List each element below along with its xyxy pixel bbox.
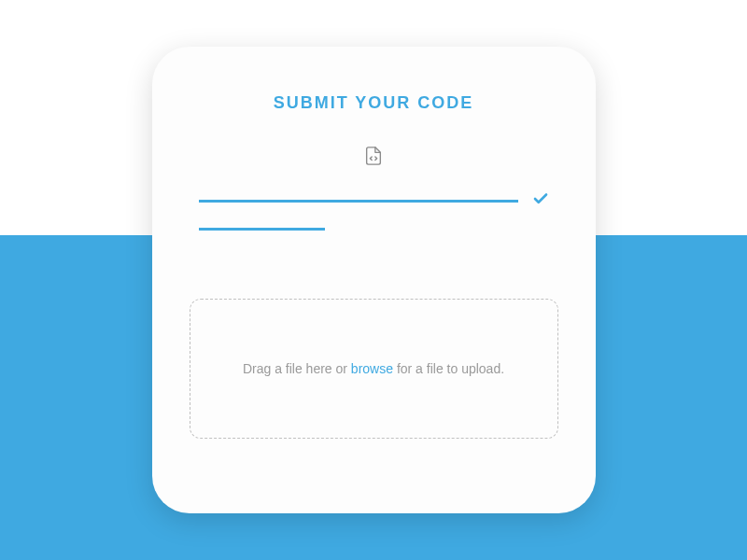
- progress-bar-partial: [199, 228, 325, 231]
- file-dropzone[interactable]: Drag a file here or browse for a file to…: [190, 299, 558, 439]
- progress-row-2: [199, 228, 549, 231]
- card-title: SUBMIT YOUR CODE: [274, 93, 474, 113]
- upload-card: SUBMIT YOUR CODE Drag a file here or bro…: [152, 47, 596, 513]
- dropzone-prefix: Drag a file here or: [243, 361, 351, 376]
- check-icon: [532, 190, 549, 211]
- dropzone-suffix: for a file to upload.: [393, 361, 504, 376]
- browse-link[interactable]: browse: [351, 361, 393, 376]
- code-file-icon: [363, 146, 384, 170]
- progress-row-1: [199, 190, 549, 211]
- progress-bar-complete: [199, 200, 518, 203]
- dropzone-text: Drag a file here or browse for a file to…: [243, 361, 504, 376]
- upload-progress: [190, 190, 558, 247]
